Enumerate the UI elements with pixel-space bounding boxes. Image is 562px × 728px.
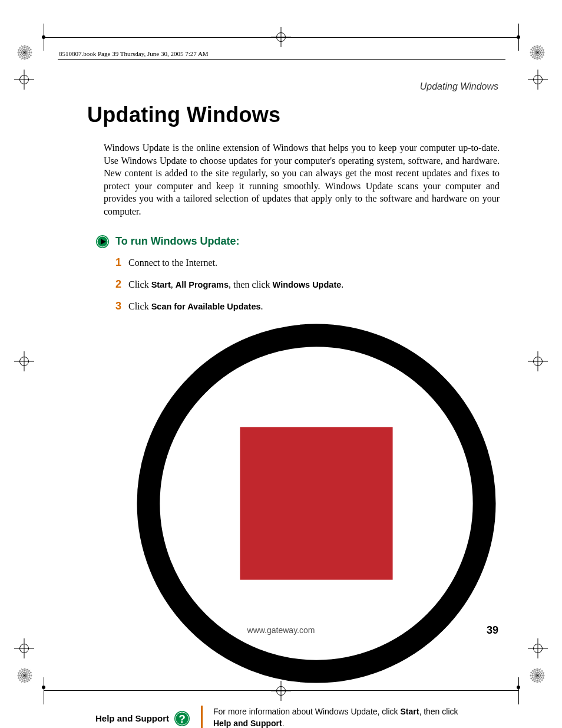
trim-line [518, 677, 519, 704]
svg-text:?: ? [178, 713, 186, 725]
procedure-steps: 1 Connect to the Internet. 2 Click Start… [113, 255, 500, 314]
ui-label: Start [400, 707, 419, 716]
text: For more information about Windows Updat… [213, 707, 400, 716]
text: Click [128, 301, 151, 311]
help-support-block: Help and Support ? For more information … [95, 706, 500, 728]
page-number: 39 [487, 624, 498, 637]
cross-dot-icon [517, 35, 520, 39]
registration-mark-icon [529, 667, 546, 684]
help-support-label: Help and Support [95, 713, 169, 723]
help-support-body: For more information about Windows Updat… [213, 706, 472, 728]
registration-mark-icon [16, 667, 33, 684]
ui-label: Help and Support [213, 719, 282, 728]
text: , [171, 279, 176, 289]
stop-icon [133, 678, 500, 689]
text: . [341, 279, 343, 289]
registration-mark-icon [529, 44, 546, 61]
running-head: Updating Windows [420, 81, 498, 92]
step-text: Click Start, All Programs, then click Wi… [128, 278, 343, 292]
cross-dot-icon [517, 686, 520, 689]
page-title: Updating Windows [87, 103, 500, 127]
registration-mark-icon [16, 44, 33, 61]
crosshair-icon [14, 351, 34, 371]
ui-label: Start [151, 280, 171, 289]
procedure-heading: To run Windows Update: [115, 235, 239, 248]
cross-dot-icon [42, 686, 45, 689]
crosshair-icon [14, 638, 34, 658]
step-number: 2 [113, 276, 121, 292]
step-item: 2 Click Start, All Programs, then click … [113, 276, 500, 292]
text: . [261, 301, 263, 311]
ui-label: Scan for Available Updates [151, 302, 261, 311]
cross-dot-icon [42, 35, 45, 39]
crosshair-icon [528, 638, 548, 658]
text: . [282, 719, 285, 728]
svg-rect-16 [240, 427, 392, 579]
crosshair-icon [528, 70, 548, 90]
footer-url: www.gateway.com [247, 625, 315, 635]
step-item: 1 Connect to the Internet. [113, 255, 500, 271]
text: Click [128, 279, 151, 289]
text: , then click [229, 279, 273, 289]
ui-label: Windows Update [273, 280, 342, 289]
crosshair-icon [271, 27, 291, 47]
text: , then click [419, 707, 458, 716]
ui-label: All Programs [176, 280, 229, 289]
step-text: Click Scan for Available Updates. [128, 299, 263, 314]
play-icon [95, 235, 110, 249]
crosshair-icon [528, 351, 548, 371]
step-number: 1 [113, 255, 121, 271]
trim-line [44, 677, 44, 704]
header-rule [58, 59, 505, 60]
crosshair-icon [14, 70, 34, 90]
book-export-header: 8510807.book Page 39 Thursday, June 30, … [59, 50, 209, 57]
step-number: 3 [113, 298, 121, 314]
divider [201, 706, 203, 728]
question-icon: ? [174, 710, 190, 727]
step-text: Connect to the Internet. [128, 256, 217, 270]
intro-paragraph: Windows Update is the online extension o… [104, 141, 500, 218]
step-item: 3 Click Scan for Available Updates. [113, 298, 500, 314]
